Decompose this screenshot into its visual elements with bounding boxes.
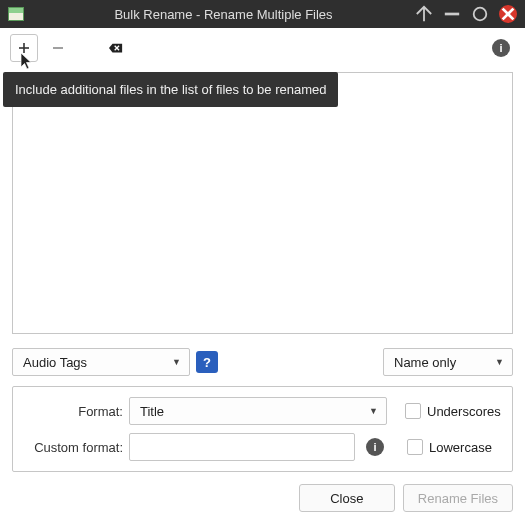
format-value: Title [140,404,361,419]
chevron-down-icon: ▼ [369,406,378,416]
maximize-button[interactable] [471,5,489,23]
rename-button[interactable]: Rename Files [403,484,513,512]
chevron-down-icon: ▼ [495,357,504,367]
app-icon [8,7,24,21]
window-title: Bulk Rename - Rename Multiple Files [32,7,415,22]
custom-format-label: Custom format: [23,440,123,455]
custom-format-info-button[interactable]: i [361,433,389,461]
mode-row: Audio Tags ▼ ? Name only ▼ [0,344,525,380]
window-controls [415,5,517,23]
cursor-icon [20,52,36,72]
close-window-button[interactable] [499,5,517,23]
view-mode-label: Name only [394,355,487,370]
format-label: Format: [23,404,123,419]
rename-button-label: Rename Files [418,491,498,506]
tooltip: Include additional files in the list of … [3,72,338,107]
titlebar: Bulk Rename - Rename Multiple Files [0,0,525,28]
custom-format-input[interactable] [129,433,355,461]
file-list[interactable] [12,72,513,334]
toolbar: i [0,28,525,64]
chevron-down-icon: ▼ [172,357,181,367]
help-button[interactable]: ? [196,351,218,373]
info-button[interactable]: i [487,34,515,62]
info-icon: i [492,39,510,57]
format-combo[interactable]: Title ▼ [129,397,387,425]
rename-mode-label: Audio Tags [23,355,164,370]
info-icon: i [366,438,384,456]
underscores-label: Underscores [427,404,501,419]
lowercase-checkbox[interactable] [407,439,423,455]
footer: Close Rename Files [0,482,525,520]
close-button[interactable]: Close [299,484,395,512]
view-mode-combo[interactable]: Name only ▼ [383,348,513,376]
svg-point-1 [474,8,487,21]
stick-button[interactable] [415,5,433,23]
close-button-label: Close [330,491,363,506]
rename-mode-combo[interactable]: Audio Tags ▼ [12,348,190,376]
tooltip-text: Include additional files in the list of … [15,82,326,97]
options-panel: Format: Title ▼ Underscores Custom forma… [12,386,513,472]
minimize-button[interactable] [443,5,461,23]
lowercase-label: Lowercase [429,440,492,455]
remove-files-button[interactable] [44,34,72,62]
clear-files-button[interactable] [102,34,130,62]
underscores-checkbox[interactable] [405,403,421,419]
